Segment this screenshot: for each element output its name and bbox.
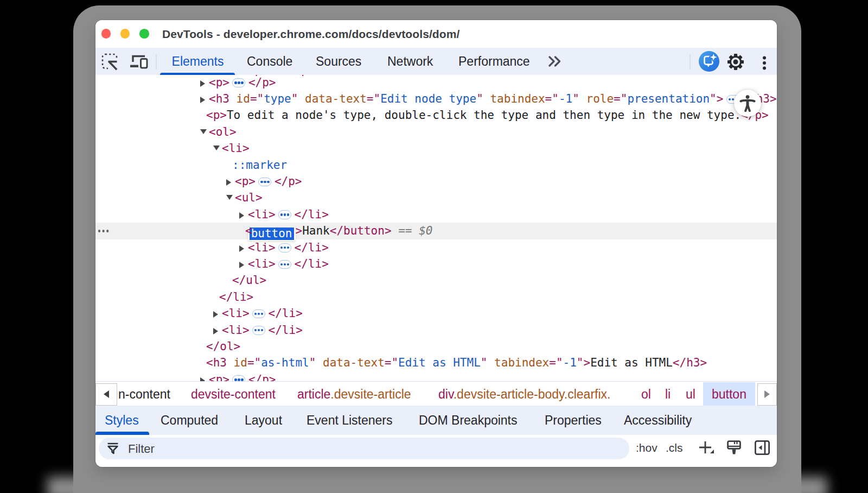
token-tag: " [291, 92, 298, 105]
expand-arrow-right-icon[interactable] [239, 206, 248, 223]
token-tag: <p> [209, 373, 229, 381]
inline-expand-icon[interactable] [232, 78, 245, 87]
sidebar-tab-properties[interactable]: Properties [545, 406, 602, 435]
expand-arrow-right-icon[interactable] [200, 75, 209, 91]
token-tag: <li> [222, 142, 250, 155]
token-tag: =" [250, 92, 264, 105]
dom-node[interactable]: <h3 id="as-html" data-text="Edit as HTML… [95, 355, 777, 371]
tab-sources[interactable]: Sources [316, 48, 361, 75]
inline-expand-icon[interactable] [252, 309, 265, 319]
token-tag: <li> [248, 241, 276, 254]
device-toolbar-icon[interactable] [129, 48, 149, 75]
dom-node-selected[interactable]: <button>Hank</button> == $0 [95, 223, 777, 239]
tab-network[interactable]: Network [387, 48, 433, 75]
token-tag: "> [577, 356, 590, 369]
dom-node[interactable]: </ol> [95, 338, 777, 355]
zoom-window-button[interactable] [139, 29, 149, 39]
tab-console[interactable]: Console [247, 48, 292, 75]
tab-elements[interactable]: Elements [172, 48, 224, 75]
dom-node[interactable]: <p></p> [95, 371, 777, 381]
new-style-rule-icon[interactable] [698, 435, 717, 460]
expand-arrow-right-icon[interactable] [239, 239, 248, 256]
inline-expand-icon[interactable] [258, 178, 271, 187]
dom-node[interactable]: <ul> [95, 189, 777, 206]
dom-node[interactable]: <li></li> [95, 206, 777, 223]
dom-node[interactable]: <h3 id="type" data-text="Edit node type"… [95, 91, 777, 107]
dom-node[interactable]: </li> [95, 289, 777, 305]
sidebar-tab-computed[interactable]: Computed [161, 406, 218, 435]
breadcrumb-part-tag: div [438, 387, 454, 401]
dom-node[interactable]: </ul> [95, 272, 777, 288]
breadcrumb-part-tag: devsite-content [191, 387, 276, 401]
expand-arrow-down-icon[interactable] [226, 189, 235, 206]
inline-expand-icon[interactable] [232, 375, 245, 381]
token-tag: =" [614, 92, 627, 105]
dom-node[interactable]: ::marker [95, 157, 777, 173]
dom-node[interactable]: <li></li> [95, 322, 777, 338]
breadcrumb-item[interactable]: article.devsite-article [297, 382, 411, 406]
window-title: DevTools - developer.chrome.com/docs/dev… [162, 20, 459, 48]
close-window-button[interactable] [101, 29, 111, 39]
element-classes-button[interactable]: .cls [666, 435, 683, 460]
breadcrumb-part-cls: .devsite-article [330, 387, 411, 401]
toggle-element-state-button[interactable]: :hov [636, 435, 658, 460]
rendering-brush-icon[interactable] [726, 435, 742, 460]
dom-node[interactable]: <li></li> [95, 239, 777, 256]
expand-arrow-right-icon[interactable] [239, 256, 248, 272]
inline-expand-icon[interactable] [252, 326, 265, 335]
expand-arrow-down-icon[interactable] [200, 124, 209, 140]
expand-arrow-right-icon[interactable] [213, 305, 222, 321]
expand-arrow-right-icon[interactable] [200, 91, 209, 107]
dom-node[interactable]: <li></li> [95, 256, 777, 272]
inspect-element-icon[interactable] [101, 48, 123, 75]
row-options-dots-icon[interactable] [98, 230, 100, 232]
tab-performance[interactable]: Performance [458, 48, 530, 75]
token-tag: </h3> [673, 356, 707, 369]
expand-arrow-right-icon[interactable] [226, 173, 235, 189]
dom-node[interactable]: <p>To edit a node's type, double-click t… [95, 107, 777, 123]
filter-funnel-icon [106, 442, 119, 455]
token-tag: </button> [330, 224, 392, 237]
dom-node[interactable]: <ol> [95, 124, 777, 140]
breadcrumb-scroll-left-button[interactable] [95, 383, 117, 406]
token-tag: < [245, 224, 252, 237]
breadcrumb-item[interactable]: ol [641, 382, 651, 406]
toggle-sidebar-icon[interactable] [754, 435, 770, 460]
token-tag: =" [367, 92, 380, 105]
token-text: To edit a node's type, double-click the … [227, 109, 741, 122]
minimize-window-button[interactable] [120, 29, 130, 39]
sidebar-tab-dom-breakpoints[interactable]: DOM Breakpoints [419, 406, 518, 435]
sidebar-tab-styles[interactable]: Styles [105, 406, 139, 435]
expand-arrow-right-icon[interactable] [200, 371, 209, 381]
token-attr: id [229, 92, 250, 105]
dom-node[interactable]: <p></p> [95, 75, 777, 91]
inline-expand-icon[interactable] [278, 210, 291, 219]
breadcrumb-item[interactable]: li [665, 382, 671, 406]
breadcrumb-bar: n-contentdevsite-contentarticle.devsite-… [95, 381, 777, 406]
three-dot-menu-icon[interactable] [763, 61, 766, 65]
more-tabs-icon[interactable] [547, 48, 564, 75]
dom-node[interactable]: <p></p> [95, 173, 777, 189]
token-tag: </li> [295, 208, 329, 221]
dom-node[interactable]: <li></li> [95, 305, 777, 321]
breadcrumb-item[interactable]: ul [686, 382, 695, 406]
token-eq: == [392, 224, 419, 237]
breadcrumb-item-selected[interactable]: button [703, 382, 755, 406]
expand-arrow-down-icon[interactable] [213, 140, 222, 156]
sidebar-tab-accessibility[interactable]: Accessibility [624, 406, 692, 435]
sidebar-tab-layout[interactable]: Layout [245, 406, 282, 435]
breadcrumb-scroll-right-button[interactable] [757, 383, 777, 406]
inline-expand-icon[interactable] [278, 243, 291, 252]
inline-expand-icon[interactable] [278, 260, 291, 269]
expand-arrow-right-icon[interactable] [213, 322, 222, 338]
filter-input[interactable]: Filter [99, 438, 629, 459]
gemini-ai-assistance-button[interactable] [699, 51, 719, 72]
sidebar-tab-event-listeners[interactable]: Event Listeners [307, 406, 393, 435]
breadcrumb-item[interactable]: n-content [118, 382, 170, 406]
token-tag: <p> [235, 175, 256, 188]
dom-node[interactable]: <li> [95, 140, 777, 156]
breadcrumb-item[interactable]: devsite-content [191, 382, 276, 406]
token-attr: tabindex [487, 356, 549, 369]
accessibility-overlay-button[interactable] [734, 90, 761, 117]
breadcrumb-item[interactable]: div.devsite-article-body.clearfix. [438, 382, 610, 406]
